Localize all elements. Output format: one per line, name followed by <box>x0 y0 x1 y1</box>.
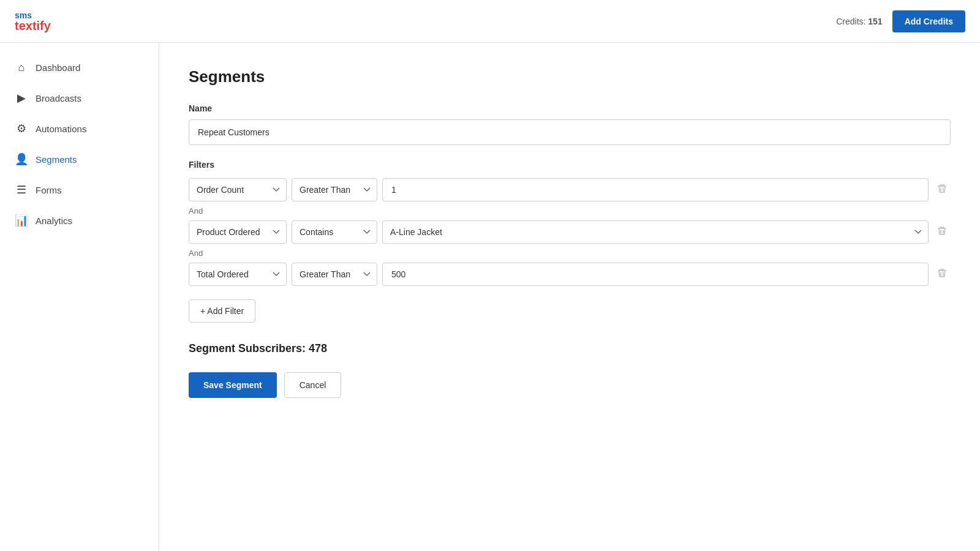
broadcasts-icon: ▶ <box>15 91 28 105</box>
cancel-button[interactable]: Cancel <box>284 372 342 398</box>
filter-row-3: Total Ordered Greater Than <box>189 263 951 286</box>
filter1-type-select[interactable]: Order Count <box>189 178 287 201</box>
sidebar-item-segments[interactable]: 👤 Segments <box>0 144 159 174</box>
credits-label: Credits: 151 <box>836 17 882 26</box>
add-credits-button[interactable]: Add Credits <box>892 10 965 32</box>
filter1-delete-button[interactable] <box>933 180 951 200</box>
sidebar-item-forms[interactable]: ☰ Forms <box>0 174 159 205</box>
filter-row-2: Product Ordered Contains A-Line Jacket <box>189 220 951 244</box>
segments-icon: 👤 <box>15 152 28 166</box>
logo-sms-text: sms <box>15 11 32 20</box>
logo: sms textify <box>15 11 51 32</box>
sidebar-item-analytics-label: Analytics <box>36 216 72 226</box>
filter2-value-select[interactable]: A-Line Jacket <box>382 220 929 244</box>
filter2-type-select[interactable]: Product Ordered <box>189 220 287 244</box>
filter-row-1: Order Count Greater Than <box>189 178 951 201</box>
filter1-value-input[interactable] <box>382 178 929 201</box>
save-segment-button[interactable]: Save Segment <box>189 372 277 398</box>
and-label-1: And <box>189 206 951 216</box>
forms-icon: ☰ <box>15 183 28 197</box>
logo-textify-text: textify <box>15 20 51 32</box>
action-buttons: Save Segment Cancel <box>189 372 951 398</box>
filter3-condition-select[interactable]: Greater Than <box>292 263 377 286</box>
name-label: Name <box>189 103 951 113</box>
home-icon: ⌂ <box>15 61 28 74</box>
and-label-2: And <box>189 249 951 258</box>
page-title: Segments <box>189 67 951 86</box>
layout: ⌂ Dashboard ▶ Broadcasts ⚙ Automations 👤… <box>0 43 980 551</box>
sidebar-item-automations[interactable]: ⚙ Automations <box>0 113 159 144</box>
sidebar-item-dashboard-label: Dashboard <box>36 62 80 73</box>
sidebar-item-broadcasts[interactable]: ▶ Broadcasts <box>0 83 159 113</box>
filter3-delete-button[interactable] <box>933 264 951 284</box>
filter2-condition-select[interactable]: Contains <box>292 220 377 244</box>
sidebar-item-broadcasts-label: Broadcasts <box>36 93 81 103</box>
sidebar-item-dashboard[interactable]: ⌂ Dashboard <box>0 53 159 83</box>
sidebar-item-analytics[interactable]: 📊 Analytics <box>0 205 159 236</box>
sidebar-item-segments-label: Segments <box>36 154 77 165</box>
analytics-icon: 📊 <box>15 214 28 227</box>
header: sms textify Credits: 151 Add Credits <box>0 0 980 43</box>
segment-name-input[interactable] <box>189 119 951 145</box>
sidebar-item-forms-label: Forms <box>36 185 62 195</box>
header-right: Credits: 151 Add Credits <box>836 10 965 32</box>
filter3-type-select[interactable]: Total Ordered <box>189 263 287 286</box>
filters-label: Filters <box>189 160 951 170</box>
sidebar-item-automations-label: Automations <box>36 124 86 134</box>
add-filter-button[interactable]: + Add Filter <box>189 299 255 323</box>
main-content: Segments Name Filters Order Count Greate… <box>159 43 980 551</box>
segment-subscribers: Segment Subscribers: 478 <box>189 342 951 355</box>
filter3-value-input[interactable] <box>382 263 929 286</box>
filter2-delete-button[interactable] <box>933 222 951 242</box>
credits-value: 151 <box>868 17 882 26</box>
filter1-condition-select[interactable]: Greater Than <box>292 178 377 201</box>
automations-icon: ⚙ <box>15 122 28 135</box>
sidebar: ⌂ Dashboard ▶ Broadcasts ⚙ Automations 👤… <box>0 43 159 551</box>
